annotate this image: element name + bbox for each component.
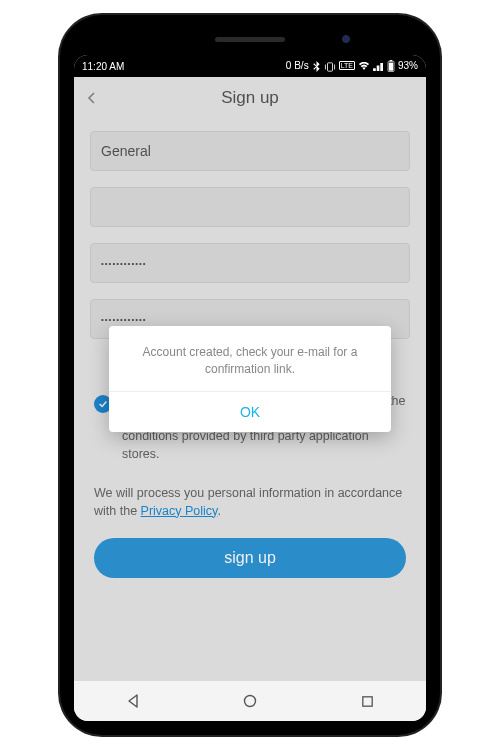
battery-icon [387, 60, 395, 72]
status-bar: 11:20 AM 0 B/s LTE 93% [74, 55, 426, 77]
network-speed: 0 B/s [286, 60, 309, 71]
bluetooth-icon [312, 60, 321, 72]
nav-back-button[interactable] [120, 688, 146, 714]
svg-rect-5 [389, 63, 393, 71]
svg-rect-7 [363, 696, 372, 705]
dialog-message: Account created, check your e-mail for a… [109, 326, 391, 392]
volte-icon: LTE [339, 61, 355, 70]
android-navbar [74, 681, 426, 721]
status-icons: 0 B/s LTE 93% [286, 60, 418, 72]
status-time: 11:20 AM [82, 61, 124, 72]
svg-point-6 [244, 696, 255, 707]
dialog-ok-button[interactable]: OK [109, 392, 391, 432]
svg-rect-0 [327, 63, 332, 71]
nav-home-button[interactable] [237, 688, 263, 714]
confirmation-dialog: Account created, check your e-mail for a… [109, 326, 391, 433]
screen: 11:20 AM 0 B/s LTE 93% [74, 55, 426, 721]
vibrate-icon [324, 60, 336, 71]
phone-frame: 11:20 AM 0 B/s LTE 93% [60, 15, 440, 735]
signal-icon [373, 60, 384, 71]
nav-recent-button[interactable] [354, 688, 380, 714]
phone-speaker [215, 37, 285, 42]
phone-camera [342, 35, 350, 43]
dialog-overlay: Account created, check your e-mail for a… [74, 77, 426, 681]
battery-percent: 93% [398, 60, 418, 71]
wifi-icon [358, 60, 370, 71]
